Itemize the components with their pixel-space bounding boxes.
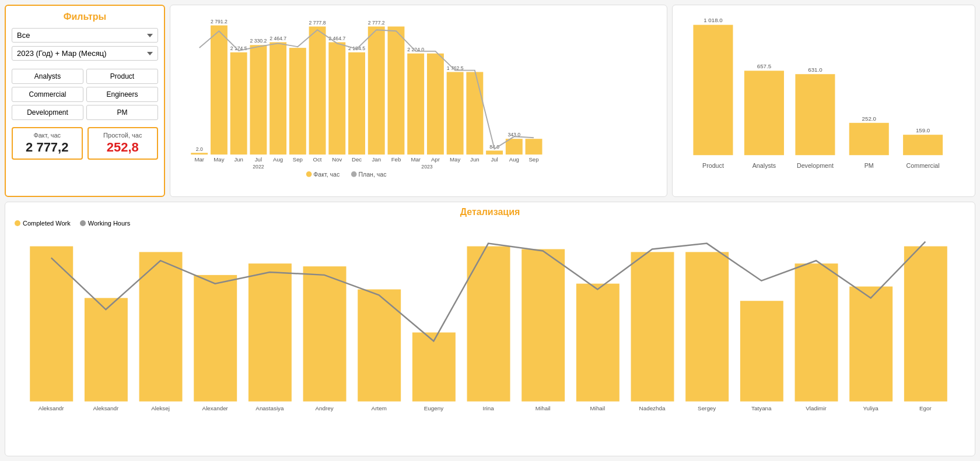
filter-development[interactable]: Development (12, 105, 83, 120)
main-chart-panel: Mar 2.0 May 2 791.2 Jun 2 174.5 Jul 2 33… (170, 5, 667, 197)
detail-chart-svg: Aleksandr Aleksandr Aleksej Alexander An… (15, 229, 965, 433)
filters-title: Фильтры (12, 12, 158, 22)
svg-text:159.0: 159.0 (916, 127, 930, 133)
svg-text:Artem: Artem (372, 405, 387, 411)
bar-may2023 (447, 72, 464, 155)
bar-aleksandr2 (85, 298, 128, 401)
svg-text:Egor: Egor (919, 405, 932, 411)
bar-vladimir (795, 263, 838, 402)
plan-line (200, 30, 534, 149)
svg-text:Sergey: Sergey (698, 405, 716, 411)
svg-text:Feb: Feb (391, 156, 401, 163)
svg-text:Oct: Oct (313, 156, 322, 163)
svg-text:Tatyana: Tatyana (751, 405, 772, 411)
svg-text:Anastasiya: Anastasiya (256, 405, 284, 411)
svg-text:Nov: Nov (332, 156, 342, 163)
legend-working: Working Hours (80, 220, 131, 227)
svg-text:Analysts: Analysts (752, 162, 776, 169)
bar-nov (328, 42, 345, 154)
bar-apr (427, 54, 444, 154)
bar-jan (368, 26, 385, 154)
svg-text:Jul: Jul (255, 156, 262, 163)
svg-text:1 018.0: 1 018.0 (704, 17, 723, 23)
dashboard: Фильтры Все 2023 (Год) + Мар (Месяц) Ana… (0, 0, 980, 461)
idle-value: 252,8 (93, 140, 153, 155)
bar-aleksandr1 (30, 247, 73, 402)
svg-text:May: May (450, 156, 460, 163)
bar-may1 (211, 26, 228, 155)
top-row: Фильтры Все 2023 (Год) + Мар (Месяц) Ana… (5, 5, 975, 197)
legend-completed: Completed Work (15, 220, 71, 227)
all-filter-dropdown[interactable]: Все (12, 28, 158, 43)
svg-text:Aleksandr: Aleksandr (93, 405, 119, 411)
filter-pm[interactable]: PM (86, 105, 158, 120)
year-month-filter-dropdown[interactable]: 2023 (Год) + Мар (Месяц) (12, 46, 158, 61)
svg-text:Aleksej: Aleksej (151, 405, 170, 411)
working-dot (80, 220, 86, 226)
detail-panel: Детализация Completed Work Working Hours… (5, 202, 975, 456)
svg-text:2 464.7: 2 464.7 (270, 36, 286, 41)
svg-text:PM: PM (864, 162, 874, 169)
bar-commercial (903, 135, 943, 155)
svg-text:Apr: Apr (431, 156, 440, 163)
legend-plan-text: План, час (358, 171, 387, 178)
svg-text:Commercial: Commercial (907, 162, 940, 169)
bar-jul2023 (486, 150, 503, 154)
svg-text:Andrey: Andrey (315, 405, 333, 411)
svg-text:2022: 2022 (253, 164, 264, 170)
svg-text:2 464.7: 2 464.7 (328, 36, 345, 41)
svg-text:Alexander: Alexander (202, 405, 229, 411)
svg-text:May: May (214, 156, 224, 163)
filter-commercial[interactable]: Commercial (12, 87, 83, 102)
bar-mihail2 (576, 284, 620, 402)
filter-product[interactable]: Product (86, 69, 158, 84)
bar-mihail1 (522, 249, 565, 402)
right-chart-svg: 1 018.0 Product 657.5 Analysts 631.0 Dev… (682, 11, 965, 186)
bar-mar2023 (407, 54, 424, 154)
bar-product (693, 25, 733, 156)
bar-sep1 (289, 48, 306, 154)
idle-label: Простой, час (93, 132, 153, 139)
filter-engineers[interactable]: Engineers (86, 87, 158, 102)
legend-fact-text: Факт, час (313, 171, 340, 178)
bar-jul1 (250, 45, 267, 154)
fact-value: 2 777,2 (18, 140, 77, 155)
svg-text:631.0: 631.0 (808, 66, 822, 73)
bar-eugeny (412, 332, 456, 401)
filters-panel: Фильтры Все 2023 (Год) + Мар (Месяц) Ana… (5, 5, 165, 197)
svg-text:Mihail: Mihail (536, 405, 551, 411)
detail-title: Детализация (15, 207, 965, 217)
svg-text:2 777.2: 2 777.2 (368, 20, 385, 26)
bar-anastasiya (249, 263, 292, 402)
svg-text:Sep: Sep (293, 156, 303, 163)
main-chart-svg: Mar 2.0 May 2 791.2 Jun 2 174.5 Jul 2 33… (180, 11, 657, 180)
svg-text:Development: Development (797, 162, 834, 169)
fact-metric: Факт, час 2 777,2 (12, 127, 83, 160)
svg-text:Jan: Jan (372, 156, 381, 163)
bar-sep2023 (526, 139, 542, 154)
svg-text:Jun: Jun (234, 156, 243, 163)
bar-dec (348, 52, 365, 154)
svg-text:Eugeny: Eugeny (424, 405, 443, 411)
svg-text:252.0: 252.0 (862, 115, 877, 122)
working-label: Working Hours (88, 220, 131, 227)
svg-text:2 330.2: 2 330.2 (250, 38, 267, 44)
svg-text:2023: 2023 (421, 164, 432, 170)
bar-mar (191, 153, 208, 154)
fact-label: Факт, час (18, 132, 77, 139)
svg-text:2.0: 2.0 (196, 146, 203, 152)
bar-sergey (685, 252, 729, 401)
legend-plan-dot (351, 171, 357, 177)
idle-metric: Простой, час 252,8 (88, 127, 159, 160)
svg-text:Mihail: Mihail (590, 405, 606, 411)
svg-text:Aug: Aug (273, 156, 283, 163)
bar-development (795, 74, 835, 155)
filter-analysts[interactable]: Analysts (12, 69, 83, 84)
metrics-row: Факт, час 2 777,2 Простой, час 252,8 (12, 127, 158, 160)
svg-text:Aleksandr: Aleksandr (38, 405, 64, 411)
svg-text:Dec: Dec (352, 156, 362, 163)
bar-oct (309, 26, 326, 154)
svg-text:Aug: Aug (509, 156, 519, 163)
svg-text:2 777.8: 2 777.8 (309, 20, 326, 26)
svg-text:Product: Product (702, 162, 724, 169)
